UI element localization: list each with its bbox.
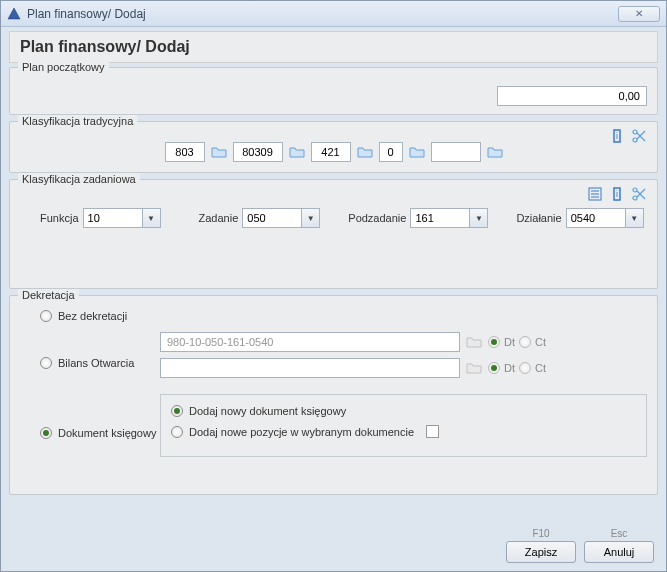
label-dzialanie: Działanie [516,212,561,224]
zadanie-dropdown-button[interactable]: ▼ [302,208,320,228]
fieldset-dekretacja: Dekretacja Bez dekretacji Bilans Otwarci… [9,295,658,495]
radio-icon [171,405,183,417]
label-plan-poczatkowy: Plan początkowy [18,61,109,73]
amount-input[interactable] [497,86,647,106]
podzadanie-select[interactable] [410,208,470,228]
save-button[interactable]: Zapisz [506,541,576,563]
folder-icon[interactable] [466,335,482,349]
label-ct: Ct [535,362,546,374]
folder-icon[interactable] [409,145,425,159]
page-header: Plan finansowy/ Dodaj [9,31,658,63]
scissors-icon[interactable] [631,128,647,144]
label-dt: Dt [504,336,515,348]
label-ct: Ct [535,336,546,348]
radio-dodaj-nowy-dokument[interactable]: Dodaj nowy dokument księgowy [171,405,636,417]
radio-dodaj-nowe-pozycje[interactable]: Dodaj nowe pozycje w wybranym dokumencie [171,425,636,438]
chevron-down-icon: ▼ [147,214,155,223]
radio-icon [40,427,52,439]
klas-trad-field-1[interactable] [165,142,205,162]
fieldset-klasyfikacja-tradycyjna: Klasyfikacja tradycyjna i [9,121,658,173]
radio-label: Dokument księgowy [58,427,156,439]
radio-bez-dekretacji[interactable]: Bez dekretacji [40,310,160,322]
radio-label: Bilans Otwarcia [58,357,134,369]
fieldset-klasyfikacja-zadaniowa: Klasyfikacja zadaniowa i Funkcja ▼ [9,179,658,289]
label-klasyfikacja-zadaniowa: Klasyfikacja zadaniowa [18,173,140,185]
content-area: Plan finansowy/ Dodaj Plan początkowy Kl… [1,27,666,571]
dzialanie-dropdown-button[interactable]: ▼ [626,208,644,228]
checkbox-pozycje[interactable] [426,425,439,438]
podzadanie-dropdown-button[interactable]: ▼ [470,208,488,228]
folder-icon[interactable] [487,145,503,159]
app-window: Plan finansowy/ Dodaj ✕ Plan finansowy/ … [0,0,667,572]
chevron-down-icon: ▼ [307,214,315,223]
page-title: Plan finansowy/ Dodaj [20,38,647,56]
scissors-icon[interactable] [631,186,647,202]
radio-ct-1[interactable] [519,336,531,348]
svg-text:i: i [616,131,618,141]
chevron-down-icon: ▼ [475,214,483,223]
svg-point-3 [633,138,637,142]
cancel-button[interactable]: Anuluj [584,541,654,563]
svg-point-11 [633,196,637,200]
zadanie-select[interactable] [242,208,302,228]
label-funkcja: Funkcja [40,212,79,224]
radio-bilans-otwarcia[interactable]: Bilans Otwarcia [40,357,160,369]
label-zadanie: Zadanie [199,212,239,224]
folder-icon[interactable] [357,145,373,159]
app-icon [7,7,21,21]
info-icon[interactable]: i [609,128,625,144]
fieldset-plan-poczatkowy: Plan początkowy [9,67,658,115]
radio-icon [40,310,52,322]
funkcja-select[interactable] [83,208,143,228]
chevron-down-icon: ▼ [630,214,638,223]
klas-trad-field-3[interactable] [311,142,351,162]
titlebar: Plan finansowy/ Dodaj ✕ [1,1,666,27]
funkcja-dropdown-button[interactable]: ▼ [143,208,161,228]
close-button[interactable]: ✕ [618,6,660,22]
list-icon[interactable] [587,186,603,202]
close-icon: ✕ [635,8,643,19]
radio-label: Dodaj nowe pozycje w wybranym dokumencie [189,426,414,438]
radio-dt-1[interactable] [488,336,500,348]
folder-icon[interactable] [289,145,305,159]
radio-label: Bez dekretacji [58,310,127,322]
radio-label: Dodaj nowy dokument księgowy [189,405,346,417]
svg-point-2 [633,130,637,134]
radio-dt-2[interactable] [488,362,500,374]
label-podzadanie: Podzadanie [348,212,406,224]
footer-buttons: F10 Zapisz Esc Anuluj [506,528,654,563]
svg-point-10 [633,188,637,192]
window-title: Plan finansowy/ Dodaj [27,7,146,21]
folder-icon[interactable] [466,361,482,375]
shortcut-anuluj: Esc [584,528,654,539]
svg-text:i: i [616,189,618,199]
radio-dokument-ksiegowy[interactable]: Dokument księgowy [40,427,160,439]
klas-trad-field-4[interactable] [379,142,403,162]
klas-trad-field-5[interactable] [431,142,481,162]
info-icon[interactable]: i [609,186,625,202]
dzialanie-select[interactable] [566,208,626,228]
radio-icon [40,357,52,369]
dokument-options-box: Dodaj nowy dokument księgowy Dodaj nowe … [160,394,647,457]
bilans-input-1[interactable] [160,332,460,352]
bilans-input-2[interactable] [160,358,460,378]
label-dekretacja: Dekretacja [18,289,79,301]
radio-ct-2[interactable] [519,362,531,374]
shortcut-zapisz: F10 [506,528,576,539]
klas-trad-field-2[interactable] [233,142,283,162]
radio-icon [171,426,183,438]
folder-icon[interactable] [211,145,227,159]
label-dt: Dt [504,362,515,374]
label-klasyfikacja-tradycyjna: Klasyfikacja tradycyjna [18,115,137,127]
